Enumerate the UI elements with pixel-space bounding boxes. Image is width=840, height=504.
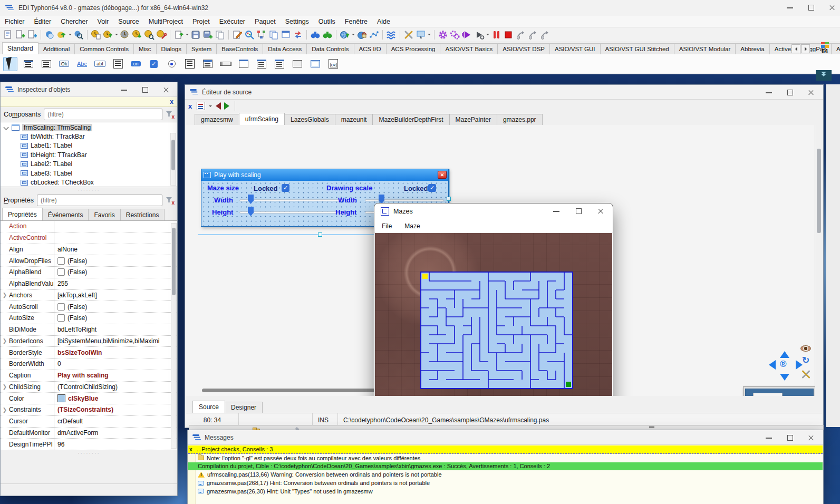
maze-board[interactable] [420, 272, 573, 389]
label-locked-2[interactable]: Locked [404, 185, 428, 192]
inspector-tab-propriétés[interactable]: Propriétés [2, 208, 43, 220]
property-row-color[interactable]: ColorclSkyBlue [1, 393, 177, 404]
menu-paquet[interactable]: Paquet [250, 17, 281, 26]
inspector-titlebar[interactable]: Inspecteur d'objets [1, 82, 177, 97]
new-form-icon[interactable] [14, 29, 26, 41]
row-expander[interactable]: ❯ [1, 292, 9, 298]
tree-item-cblocked[interactable]: cbLocked: TCheckBox [1, 178, 177, 187]
recent-project-dropdown-caret[interactable] [114, 29, 119, 41]
tree-item-tbwidth[interactable]: tbWidth: TTrackBar [1, 132, 177, 141]
messages-minimize-button[interactable] [765, 434, 773, 441]
message-row-selected[interactable]: ...Project checks, Conseils : 3 [188, 445, 823, 454]
message-row-hint[interactable]: gmazesmw.pas(26,30) Hint: Unit "Types" n… [188, 487, 823, 496]
tcheckbox-icon[interactable]: ✓ [147, 57, 161, 71]
editor-dock-close-icon[interactable]: x [188, 102, 192, 110]
open-project-icon[interactable] [56, 29, 67, 41]
label-height-2[interactable]: Height [335, 208, 356, 216]
palette-tab-dialogs[interactable]: Dialogs [156, 43, 187, 54]
recent-find-icon[interactable] [143, 29, 155, 41]
messages-close-button[interactable] [807, 434, 815, 441]
messages-list[interactable]: x ...Project checks, Conseils : 3Note: l… [188, 445, 823, 504]
inspector-tab-événements[interactable]: Événements [42, 209, 89, 220]
menu-multiproject[interactable]: MultiProject [144, 17, 188, 26]
edit-source-icon[interactable] [231, 29, 243, 41]
lazes-waves-icon[interactable] [385, 29, 397, 41]
tlistbox-icon[interactable] [182, 57, 197, 71]
tree-item-tbheight[interactable]: tbHeight: TTrackBar [1, 150, 177, 159]
refresh-icon[interactable]: ↻ [802, 356, 809, 365]
recent-file-icon[interactable] [90, 29, 102, 41]
property-row-alphablendvalu[interactable]: AlphaBlendValu255 [1, 278, 177, 290]
palette-tab-asio-vst-gui[interactable]: ASIO/VST GUI [549, 43, 600, 54]
palette-tab-standard[interactable]: Standard [2, 42, 38, 54]
tgroupbox-icon[interactable] [236, 57, 250, 71]
designed-form-titlebar[interactable]: Play with scaling ✕ [201, 169, 448, 181]
build-all-icon[interactable] [449, 29, 461, 41]
editor-tab-ufrmscaling[interactable]: ufrmScaling [239, 113, 285, 125]
tcheckgroup-icon[interactable] [272, 57, 286, 71]
editor-scrollbar[interactable] [815, 125, 822, 396]
property-row-defaultmonitor[interactable]: DefaultMonitordmActiveForm [1, 428, 177, 439]
properties-filter-clear-icon[interactable] [166, 196, 174, 205]
value-checkbox[interactable] [57, 314, 65, 322]
form-preview-thumbnail[interactable] [743, 386, 815, 396]
nav-down-icon[interactable] [780, 374, 789, 385]
close-button[interactable] [828, 4, 836, 11]
menu-projet[interactable]: Projet [188, 17, 215, 26]
build-project-dropdown-caret[interactable] [351, 29, 355, 41]
mazes-menu-maze[interactable]: Maze [404, 222, 420, 230]
label-width-1[interactable]: Width [214, 196, 233, 204]
save-all-icon[interactable] [202, 29, 214, 41]
property-row-bidimode[interactable]: BiDiModebdLeftToRight [1, 324, 177, 336]
tlabel-icon[interactable]: Abc [75, 57, 89, 71]
tedit-icon[interactable]: abI [93, 57, 107, 71]
property-row-constraints[interactable]: ❯Constraints(TSizeConstraints) [1, 404, 177, 416]
value-checkbox[interactable] [57, 303, 65, 311]
bottom-tab-source[interactable]: Source [192, 401, 225, 413]
filter-clear-icon[interactable] [166, 110, 174, 119]
recent-down-icon[interactable] [131, 29, 143, 41]
mazes-minimize-button[interactable] [553, 207, 560, 215]
row-expander[interactable]: ❯ [1, 338, 9, 344]
palette-tab-asio-vst-gui-stitched[interactable]: ASIO/VST GUI Stitched [600, 43, 674, 54]
compile-icon[interactable] [437, 29, 449, 41]
message-row-hint[interactable]: gmazesmw.pas(268,17) Hint: Conversion be… [188, 479, 823, 487]
tmainmenu-icon[interactable] [21, 57, 35, 71]
new-window-icon[interactable] [280, 29, 292, 41]
maximize-button[interactable] [807, 4, 815, 11]
tframe-icon[interactable] [308, 57, 322, 71]
navigate-back-icon[interactable] [216, 102, 221, 110]
inspector-maximize-button[interactable] [141, 86, 149, 93]
property-row-caption[interactable]: CaptionPlay with scaling [1, 370, 177, 382]
value-checkbox[interactable] [57, 268, 65, 276]
row-expander[interactable]: ❯ [1, 407, 9, 413]
palette-tab-system[interactable]: System [186, 43, 217, 54]
nav-center-icon[interactable]: ® [780, 359, 787, 370]
palette-scroll-left-button[interactable] [791, 44, 800, 53]
palette-tab-abbrevia[interactable]: Abbrevia [735, 43, 769, 54]
new-unit-icon[interactable] [2, 29, 14, 41]
trackbar-height-1[interactable] [239, 211, 344, 214]
property-row-activecontrol[interactable]: ActiveControl [1, 232, 177, 244]
palette-tab-acs-processing[interactable]: ACS Processing [386, 43, 441, 54]
copy-pages-icon[interactable] [214, 29, 226, 41]
build-project-icon[interactable] [339, 29, 351, 41]
pause-icon[interactable] [490, 29, 502, 41]
open-unit-icon[interactable] [44, 29, 55, 41]
value-checkbox[interactable] [57, 257, 65, 265]
new-module-icon[interactable] [26, 29, 38, 41]
components-tree[interactable]: frmScaling: TfrmScalingtbWidth: TTrackBa… [1, 122, 177, 187]
editor-titlebar[interactable]: Éditeur de source [185, 85, 823, 100]
palette-tab-acs-i-o[interactable]: ACS I/O [354, 43, 387, 54]
minimize-button[interactable] [786, 4, 794, 11]
message-row-note[interactable]: Note: l'option "-gl" est passée deux foi… [188, 454, 823, 462]
tradiogroup-icon[interactable] [254, 57, 268, 71]
label-drawing-scale[interactable]: Drawing scale [326, 184, 372, 192]
message-row-success[interactable]: Compilation du projet, Cible : C:\codety… [188, 462, 823, 471]
menu-exécuter[interactable]: Exécuter [215, 17, 250, 26]
designer-surface[interactable]: Play with scaling ✕ Maze size Locked ✓ D… [186, 125, 815, 396]
property-row-action[interactable]: Action [1, 221, 177, 232]
properties-filter-input[interactable] [37, 195, 162, 206]
find-in-files-icon[interactable] [310, 29, 321, 41]
selection-handle-bottom[interactable] [318, 232, 322, 237]
